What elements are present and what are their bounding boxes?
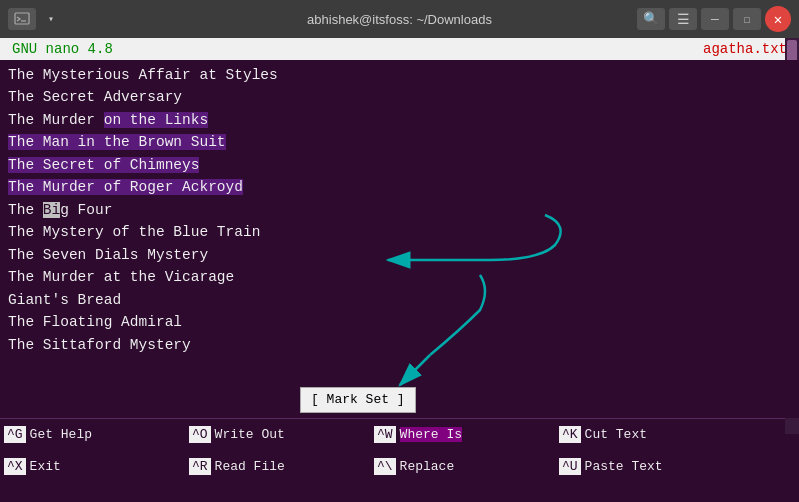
list-item: The Murder on the Links <box>8 109 791 131</box>
chevron-down-icon: ▾ <box>48 13 54 25</box>
shortcut-label-get-help: Get Help <box>30 427 92 442</box>
titlebar-title: abhishek@itsfoss: ~/Downloads <box>307 12 492 27</box>
shortcut-key-r: ^R <box>189 458 211 475</box>
shortcut-key-backslash: ^\ <box>374 458 396 475</box>
svg-rect-0 <box>15 13 29 24</box>
shortcut-row-2: ^X Exit ^R Read File ^\ Replace ^U Paste… <box>0 451 785 483</box>
minimize-icon: — <box>711 12 719 27</box>
shortcut-label-write-out: Write Out <box>215 427 285 442</box>
shortcut-label-where-is: Where Is <box>400 427 462 442</box>
shortcut-key-u: ^U <box>559 458 581 475</box>
bottom-bar: ^G Get Help ^O Write Out ^W Where Is ^K … <box>0 418 785 482</box>
search-button[interactable]: 🔍 <box>637 8 665 30</box>
minimize-button[interactable]: — <box>701 8 729 30</box>
menu-icon: ☰ <box>677 11 690 28</box>
shortcut-where-is: ^W Where Is <box>374 426 559 443</box>
editor-area[interactable]: The Mysterious Affair at Styles The Secr… <box>0 60 799 418</box>
shortcut-read-file: ^R Read File <box>189 458 374 475</box>
mark-set-popup: [ Mark Set ] <box>300 387 416 413</box>
list-item: The Mysterious Affair at Styles <box>8 64 791 86</box>
shortcut-cut-text: ^K Cut Text <box>559 426 744 443</box>
list-item: Giant's Bread <box>8 289 791 311</box>
list-item: The Big Four <box>8 199 791 221</box>
shortcut-paste-text: ^U Paste Text <box>559 458 744 475</box>
nano-header: GNU nano 4.8 agatha.txt <box>0 38 799 60</box>
terminal-icon[interactable] <box>8 8 36 30</box>
svg-line-5 <box>400 355 430 385</box>
shortcut-key-k: ^K <box>559 426 581 443</box>
list-item: The Secret of Chimneys <box>8 154 791 176</box>
titlebar: ▾ abhishek@itsfoss: ~/Downloads 🔍 ☰ — ☐ … <box>0 0 799 38</box>
shortcut-key-x: ^X <box>4 458 26 475</box>
list-item: The Seven Dials Mystery <box>8 244 791 266</box>
nano-version: GNU nano 4.8 <box>12 41 113 57</box>
maximize-button[interactable]: ☐ <box>733 8 761 30</box>
shortcut-get-help: ^G Get Help <box>4 426 189 443</box>
list-item: The Man in the Brown Suit <box>8 131 791 153</box>
list-item: The Sittaford Mystery <box>8 334 791 356</box>
menu-button[interactable]: ☰ <box>669 8 697 30</box>
list-item: The Floating Admiral <box>8 311 791 333</box>
shortcut-key-o: ^O <box>189 426 211 443</box>
list-item: The Murder at the Vicarage <box>8 266 791 288</box>
maximize-icon: ☐ <box>744 13 751 26</box>
shortcut-replace: ^\ Replace <box>374 458 559 475</box>
shortcut-label-read-file: Read File <box>215 459 285 474</box>
titlebar-dropdown-btn[interactable]: ▾ <box>42 8 60 30</box>
shortcut-label-exit: Exit <box>30 459 61 474</box>
shortcut-key-w: ^W <box>374 426 396 443</box>
shortcut-key-g: ^G <box>4 426 26 443</box>
shortcut-exit: ^X Exit <box>4 458 189 475</box>
shortcut-label-paste-text: Paste Text <box>585 459 663 474</box>
shortcut-write-out: ^O Write Out <box>189 426 374 443</box>
titlebar-left: ▾ <box>8 8 60 30</box>
search-icon: 🔍 <box>643 11 659 27</box>
close-button[interactable]: ✕ <box>765 6 791 32</box>
shortcut-label-cut-text: Cut Text <box>585 427 647 442</box>
list-item: The Mystery of the Blue Train <box>8 221 791 243</box>
close-icon: ✕ <box>774 11 782 28</box>
shortcut-label-replace: Replace <box>400 459 455 474</box>
list-item: The Murder of Roger Ackroyd <box>8 176 791 198</box>
shortcut-row-1: ^G Get Help ^O Write Out ^W Where Is ^K … <box>0 419 785 451</box>
titlebar-right: 🔍 ☰ — ☐ ✕ <box>637 6 791 32</box>
list-item: The Secret Adversary <box>8 86 791 108</box>
nano-filename: agatha.txt <box>703 41 787 57</box>
